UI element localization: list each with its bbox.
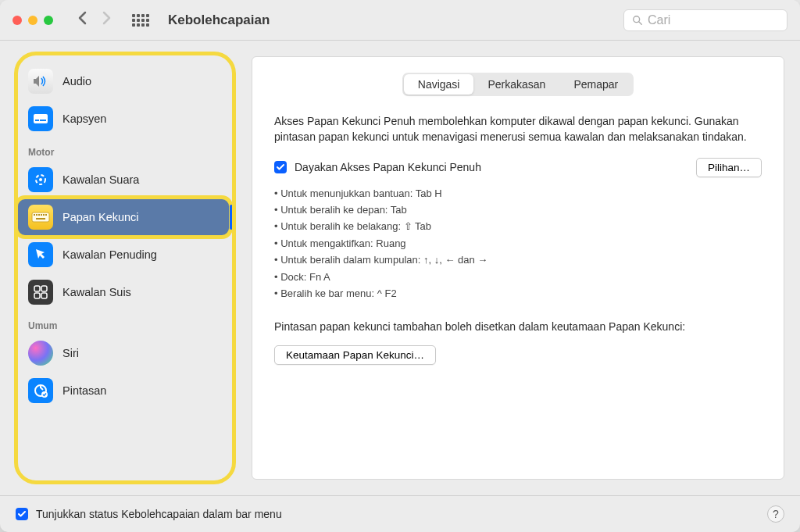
- svg-line-1: [639, 21, 642, 24]
- svg-rect-4: [40, 120, 46, 121]
- sidebar-item-label: Kawalan Penuding: [62, 248, 157, 261]
- svg-rect-16: [41, 286, 47, 291]
- traffic-lights: [12, 16, 53, 25]
- svg-rect-11: [41, 214, 42, 216]
- sidebar-wrapper: Audio Kapsyen Motor Kawalan Suara: [16, 56, 234, 480]
- keyboard-preferences-button[interactable]: Keutamaan Papan Kekunci…: [274, 345, 436, 365]
- back-button[interactable]: [77, 11, 87, 29]
- sidebar-item-label: Papan Kekunci: [62, 211, 139, 223]
- tab-control: Navigasi Perkakasan Pemapar: [274, 73, 762, 96]
- zoom-button[interactable]: [44, 16, 53, 25]
- help-line: • Untuk beralih dalam kumpulan: ↑, ↓, ← …: [274, 252, 762, 268]
- check-icon: [17, 509, 27, 519]
- titlebar: Kebolehcapaian Cari: [0, 0, 800, 41]
- enable-full-keyboard-row: Dayakan Akses Papan Kekunci Penuh Piliha…: [274, 158, 762, 177]
- sidebar-item-label: Pintasan: [62, 384, 106, 397]
- preferences-window: Kebolehcapaian Cari Audio: [0, 0, 800, 532]
- enable-full-keyboard-label: Dayakan Akses Papan Kekunci Penuh: [295, 161, 481, 173]
- svg-rect-14: [36, 218, 45, 220]
- help-button[interactable]: ?: [767, 505, 784, 523]
- tab-viewer[interactable]: Pemapar: [559, 74, 632, 95]
- additional-shortcuts-text: Pintasan papan kekunci tambahan boleh di…: [274, 320, 762, 335]
- svg-rect-18: [41, 293, 47, 298]
- help-line: • Dock: Fn A: [274, 269, 762, 285]
- svg-rect-8: [34, 214, 35, 216]
- help-line: • Beralih ke bar menu: ^ F2: [274, 285, 762, 302]
- check-icon: [276, 162, 285, 172]
- sidebar-section-motor: Motor: [17, 137, 230, 161]
- show-status-checkbox[interactable]: [16, 508, 28, 520]
- footer: Tunjukkan status Kebolehcapaian dalam ba…: [0, 495, 800, 532]
- svg-rect-13: [45, 214, 47, 216]
- captions-icon: [28, 106, 53, 131]
- help-line: • Untuk beralih ke depan: Tab: [274, 202, 762, 218]
- sidebar-item-label: Siri: [62, 347, 79, 359]
- sidebar-item-shortcut[interactable]: Pintasan: [17, 372, 230, 409]
- enable-full-keyboard-checkbox[interactable]: [274, 161, 287, 173]
- siri-icon: [28, 341, 53, 366]
- content-area: Audio Kapsyen Motor Kawalan Suara: [0, 41, 800, 495]
- options-button[interactable]: Pilihan…: [696, 158, 762, 177]
- minimize-button[interactable]: [28, 16, 38, 25]
- detail-panel: Navigasi Perkakasan Pemapar Akses Papan …: [252, 56, 784, 480]
- sidebar-item-siri[interactable]: Siri: [17, 334, 230, 372]
- keyboard-icon: [28, 205, 53, 230]
- svg-rect-2: [34, 114, 48, 123]
- audio-icon: [28, 69, 53, 94]
- close-button[interactable]: [12, 16, 22, 25]
- svg-rect-10: [38, 214, 40, 216]
- svg-rect-15: [34, 286, 40, 291]
- sidebar-section-general: Umum: [17, 311, 230, 334]
- sidebar-item-label: Kapsyen: [62, 112, 106, 125]
- tab-segments: Navigasi Perkakasan Pemapar: [402, 73, 634, 96]
- tab-hardware[interactable]: Perkakasan: [473, 74, 559, 95]
- sidebar-item-audio[interactable]: Audio: [17, 62, 230, 100]
- sidebar-item-label: Audio: [62, 75, 91, 87]
- sidebar-item-captions[interactable]: Kapsyen: [17, 100, 230, 137]
- help-line: • Untuk beralih ke belakang: ⇧ Tab: [274, 218, 762, 234]
- tab-navigation[interactable]: Navigasi: [404, 74, 474, 95]
- svg-rect-17: [34, 293, 40, 298]
- sidebar-item-label: Kawalan Suis: [62, 286, 131, 298]
- svg-rect-9: [36, 214, 38, 216]
- forward-button[interactable]: [102, 11, 112, 29]
- svg-rect-3: [35, 120, 39, 121]
- sidebar-item-pointer-control[interactable]: Kawalan Penuding: [17, 236, 230, 273]
- svg-rect-12: [43, 214, 45, 216]
- svg-point-6: [39, 178, 42, 181]
- search-input[interactable]: Cari: [623, 9, 788, 31]
- nav-arrows: [77, 11, 112, 29]
- sidebar-item-keyboard[interactable]: Papan Kekunci: [17, 198, 230, 236]
- search-icon: [632, 15, 643, 26]
- sidebar-item-voice-control[interactable]: Kawalan Suara: [17, 161, 230, 198]
- help-line: • Untuk menunjukkan bantuan: Tab H: [274, 185, 762, 202]
- description-text: Akses Papan Kekunci Penuh membolehkan ko…: [274, 113, 762, 145]
- window-title: Kebolehcapaian: [168, 12, 270, 28]
- sidebar: Audio Kapsyen Motor Kawalan Suara: [16, 56, 234, 480]
- svg-rect-7: [32, 212, 49, 222]
- sidebar-item-switch-control[interactable]: Kawalan Suis: [17, 273, 230, 311]
- search-placeholder: Cari: [648, 13, 670, 27]
- switch-control-icon: [28, 280, 53, 305]
- shortcut-icon: [28, 378, 53, 403]
- sidebar-item-label: Kawalan Suara: [62, 173, 139, 186]
- show-all-icon[interactable]: [132, 14, 149, 27]
- show-status-label: Tunjukkan status Kebolehcapaian dalam ba…: [36, 508, 282, 520]
- voice-control-icon: [28, 167, 53, 192]
- help-line: • Untuk mengaktifkan: Ruang: [274, 235, 762, 252]
- help-list: • Untuk menunjukkan bantuan: Tab H • Unt…: [274, 185, 762, 302]
- pointer-icon: [28, 242, 53, 267]
